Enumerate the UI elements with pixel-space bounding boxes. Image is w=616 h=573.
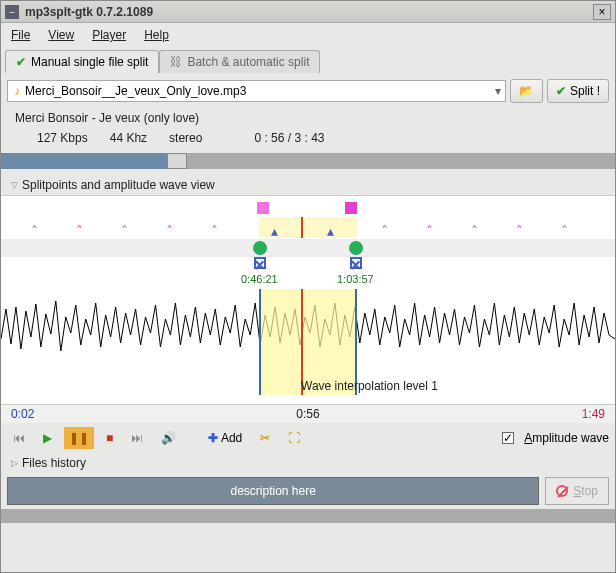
splitpoint-marker-a[interactable]	[257, 202, 269, 214]
tab-label: Batch & automatic split	[187, 55, 309, 69]
tab-manual-split[interactable]: ✔ Manual single file split	[5, 50, 159, 73]
file-input[interactable]: ♪ Merci_Bonsoir__Je_veux_Only_love.mp3 ▾	[7, 80, 506, 102]
section-splitpoints[interactable]: ▽ Splitpoints and amplitude wave view	[1, 175, 615, 195]
tick-row: ˄˄ ˄˄ ˄▴ ▴˄ ˄˄ ˄˄	[1, 217, 615, 239]
check-icon: ✔	[556, 84, 566, 98]
timeline-start: 0:02	[11, 407, 34, 421]
bitrate: 127 Kbps	[37, 131, 88, 145]
skip-back-button[interactable]: ⏮	[7, 427, 31, 449]
skip-forward-button[interactable]: ⏭	[125, 427, 149, 449]
amplitude-label: Amplitude wave	[524, 431, 609, 445]
track-title: Merci Bonsoir - Je veux (only love)	[1, 109, 615, 127]
wave-area: ˄˄ ˄˄ ˄▴ ▴˄ ˄˄ ˄˄ 0:46:21 1:03:57 Wave i…	[1, 195, 615, 405]
progress-remaining	[187, 153, 615, 169]
splitpoint-delete-b[interactable]	[350, 257, 362, 269]
file-name: Merci_Bonsoir__Je_veux_Only_love.mp3	[25, 84, 246, 98]
wave-interpolation-label: Wave interpolation level 1	[301, 379, 438, 393]
slider-thumb[interactable]	[167, 153, 187, 169]
description-input[interactable]: description here	[7, 477, 539, 505]
playback-position: 0 : 56 / 3 : 43	[254, 131, 324, 145]
progress-played	[1, 153, 167, 169]
splitpoint-delete-a[interactable]	[254, 257, 266, 269]
expander-icon: ▷	[11, 458, 18, 468]
play-button[interactable]: ▶	[37, 427, 58, 449]
timeline: 0:02 0:56 1:49	[1, 405, 615, 423]
menu-view[interactable]: View	[48, 28, 74, 42]
split-label: Split !	[570, 84, 600, 98]
splitpoint-handle-a[interactable]	[253, 241, 267, 255]
add-button[interactable]: ✚ Add	[202, 427, 248, 449]
waveform[interactable]: Wave interpolation level 1	[1, 289, 615, 395]
chain-icon: ⛓	[170, 55, 182, 69]
section-files-history[interactable]: ▷ Files history	[1, 453, 615, 473]
pause-button[interactable]: ❚❚	[64, 427, 94, 449]
system-menu-icon[interactable]: –	[5, 5, 19, 19]
volume-button[interactable]: 🔊	[155, 427, 182, 449]
stop-process-button: Stop	[545, 477, 609, 505]
timeline-end: 1:49	[582, 407, 605, 421]
menu-help[interactable]: Help	[144, 28, 169, 42]
amplitude-checkbox[interactable]: ✓	[502, 432, 514, 444]
menu-player[interactable]: Player	[92, 28, 126, 42]
split-button[interactable]: ✔ Split !	[547, 79, 609, 103]
window-title: mp3splt-gtk 0.7.2.1089	[25, 5, 593, 19]
bottom-progress-bar	[1, 509, 615, 523]
close-icon[interactable]: ×	[593, 4, 611, 20]
folder-open-icon: 📂	[519, 84, 534, 98]
splitpoint-marker-b[interactable]	[345, 202, 357, 214]
check-icon: ✔	[16, 55, 26, 69]
music-note-icon: ♪	[14, 84, 20, 98]
frequency: 44 Khz	[110, 131, 147, 145]
menu-file[interactable]: File	[11, 28, 30, 42]
tab-batch-split[interactable]: ⛓ Batch & automatic split	[159, 50, 320, 73]
menubar: File View Player Help	[1, 23, 615, 47]
timeline-current: 0:56	[296, 407, 319, 421]
zoom-button[interactable]: ⛶	[282, 427, 306, 449]
channels: stereo	[169, 131, 202, 145]
expander-icon: ▽	[11, 180, 18, 190]
stop-button[interactable]: ■	[100, 427, 119, 449]
stop-circle-icon	[556, 485, 568, 497]
splitpoint-time-a: 0:46:21	[241, 273, 278, 285]
splitpoint-time-b: 1:03:57	[337, 273, 374, 285]
tab-label: Manual single file split	[31, 55, 148, 69]
chevron-down-icon[interactable]: ▾	[495, 84, 501, 98]
plus-icon: ✚	[208, 431, 218, 445]
splitpoint-handle-b[interactable]	[349, 241, 363, 255]
open-file-button[interactable]: 📂	[510, 79, 543, 103]
cut-button[interactable]: ✂	[254, 427, 276, 449]
playback-slider[interactable]	[1, 153, 615, 169]
